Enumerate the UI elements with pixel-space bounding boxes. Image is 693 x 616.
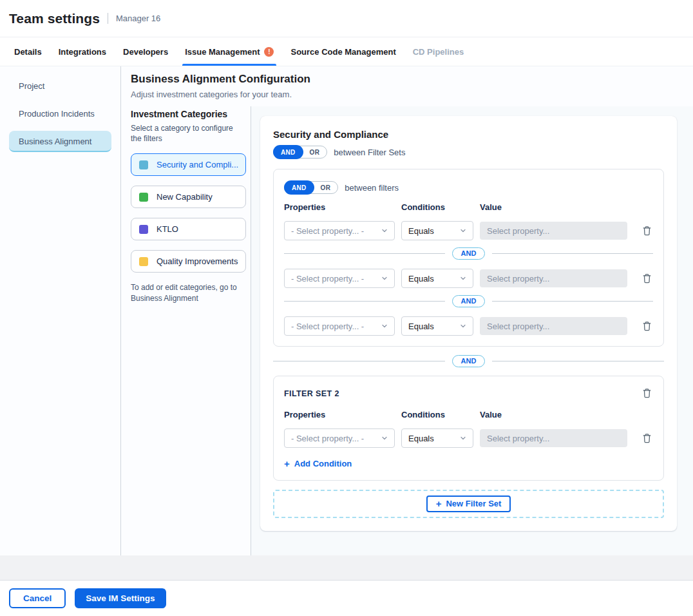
and-connector-pill: AND	[452, 247, 486, 260]
sidebar-item-project[interactable]: Project	[9, 75, 111, 97]
section-subtitle: Adjust investment categories for your te…	[131, 90, 678, 99]
trash-icon	[642, 388, 652, 398]
chevron-down-icon	[381, 434, 388, 442]
section-header: Business Alignment Configuration Adjust …	[121, 66, 693, 106]
tab-cd-pipelines: CD Pipelines	[413, 37, 464, 66]
settings-sidebar: Project Production Incidents Business Al…	[0, 66, 121, 555]
chevron-down-icon	[381, 322, 388, 330]
chevron-down-icon	[459, 227, 467, 235]
value-input[interactable]	[480, 269, 627, 287]
and-connector-pill: AND	[452, 355, 486, 367]
and-or-toggle[interactable]: AND OR	[273, 146, 327, 159]
category-color-swatch	[139, 160, 148, 169]
trash-icon	[642, 273, 652, 284]
chevron-down-icon	[381, 274, 388, 282]
category-filters-card: Security and Compliance AND OR between F…	[260, 116, 677, 531]
save-im-settings-button[interactable]: Save IM Settings	[75, 588, 166, 608]
filter-set-2: FILTER SET 2 Properties Conditions Value	[273, 376, 664, 481]
value-input[interactable]	[480, 429, 627, 447]
filter-row: - Select property... - Equals	[284, 316, 653, 336]
toggle-or-option[interactable]: OR	[303, 149, 327, 156]
and-connector-pill: AND	[452, 295, 486, 307]
add-condition-button[interactable]: + Add Condition	[284, 459, 352, 468]
between-filter-sets-label: between Filter Sets	[334, 148, 405, 157]
new-filter-set-zone: + New Filter Set	[273, 490, 664, 518]
tab-developers[interactable]: Developers	[123, 37, 168, 66]
sidebar-item-business-alignment[interactable]: Business Alignment	[9, 131, 111, 152]
conditions-column-header: Conditions	[401, 202, 473, 212]
category-label: KTLO	[157, 224, 178, 234]
condition-select[interactable]: Equals	[401, 428, 473, 448]
filter-sets-operator-row: AND OR between Filter Sets	[273, 146, 664, 159]
cancel-button[interactable]: Cancel	[9, 588, 66, 608]
category-color-swatch	[139, 193, 148, 202]
properties-column-header: Properties	[284, 202, 395, 212]
page-header: Team settings Manager 16	[0, 0, 693, 37]
condition-select[interactable]: Equals	[401, 316, 473, 336]
property-select[interactable]: - Select property... -	[284, 221, 395, 240]
category-security-and-compliance[interactable]: Security and Compli...	[131, 153, 246, 176]
tab-issue-management[interactable]: Issue Management !	[185, 37, 274, 66]
category-quality-improvements[interactable]: Quality Improvements	[131, 250, 246, 273]
category-label: New Capability	[157, 192, 213, 202]
sidebar-item-production-incidents[interactable]: Production Incidents	[9, 103, 111, 124]
tab-source-code-management[interactable]: Source Code Management	[290, 37, 395, 66]
category-new-capability[interactable]: New Capability	[131, 186, 246, 208]
selected-category-title: Security and Compliance	[273, 129, 664, 140]
and-connector: AND	[284, 247, 653, 260]
and-connector: AND	[284, 295, 653, 307]
and-connector-between-sets: AND	[273, 355, 664, 367]
delete-filter-button[interactable]	[641, 272, 653, 285]
plus-icon: +	[436, 499, 442, 508]
trash-icon	[642, 226, 652, 236]
condition-select[interactable]: Equals	[401, 221, 473, 240]
value-input[interactable]	[480, 222, 627, 240]
settings-tabbar: Details Integrations Developers Issue Ma…	[0, 37, 693, 66]
plus-icon: +	[284, 459, 290, 468]
warning-icon: !	[264, 47, 274, 57]
filter-set-2-header: FILTER SET 2	[284, 387, 653, 399]
business-alignment-section: Business Alignment Configuration Adjust …	[121, 66, 693, 555]
delete-filter-button[interactable]	[641, 432, 653, 445]
category-color-swatch	[139, 225, 148, 234]
categories-footnote: To add or edit categories, go to Busines…	[131, 282, 242, 304]
filter-columns-header: Properties Conditions Value	[284, 202, 653, 212]
footer-spacer	[0, 555, 693, 580]
categories-title: Investment Categories	[131, 109, 245, 119]
page-title: Team settings	[9, 11, 100, 26]
header-divider	[108, 13, 108, 24]
filter-row: - Select property... - Equals	[284, 221, 653, 240]
chevron-down-icon	[459, 274, 467, 282]
tab-details[interactable]: Details	[14, 37, 42, 66]
delete-filter-button[interactable]	[641, 224, 653, 237]
chevron-down-icon	[459, 322, 467, 330]
investment-categories-column: Investment Categories Select a category …	[121, 106, 251, 555]
condition-select[interactable]: Equals	[401, 269, 473, 288]
value-column-header: Value	[480, 202, 627, 212]
and-or-toggle[interactable]: AND OR	[284, 181, 338, 194]
properties-column-header: Properties	[284, 410, 395, 419]
new-filter-set-button[interactable]: + New Filter Set	[426, 496, 511, 512]
trash-icon	[642, 433, 652, 443]
section-title: Business Alignment Configuration	[131, 73, 678, 86]
category-ktlo[interactable]: KTLO	[131, 218, 246, 240]
toggle-or-option[interactable]: OR	[314, 184, 338, 191]
property-select[interactable]: - Select property... -	[284, 269, 395, 288]
filter-row: - Select property... - Equals	[284, 428, 653, 448]
team-name-label: Manager 16	[116, 14, 160, 23]
conditions-column-header: Conditions	[401, 410, 473, 419]
delete-filter-button[interactable]	[641, 320, 653, 332]
property-select[interactable]: - Select property... -	[284, 316, 395, 336]
filter-set-2-title: FILTER SET 2	[284, 387, 339, 398]
toggle-and-option[interactable]: AND	[273, 145, 303, 159]
toggle-and-option[interactable]: AND	[284, 180, 314, 195]
property-select[interactable]: - Select property... -	[284, 428, 395, 448]
action-footer: Cancel Save IM Settings	[0, 580, 693, 616]
content-area: Project Production Incidents Business Al…	[0, 66, 693, 555]
value-input[interactable]	[480, 317, 627, 335]
delete-filter-set-button[interactable]	[641, 387, 653, 399]
categories-subtitle: Select a category to configure the filte…	[131, 123, 240, 144]
trash-icon	[642, 321, 652, 331]
filter-set-1: AND OR between filters Properties Condit…	[273, 169, 664, 347]
tab-integrations[interactable]: Integrations	[59, 37, 106, 66]
